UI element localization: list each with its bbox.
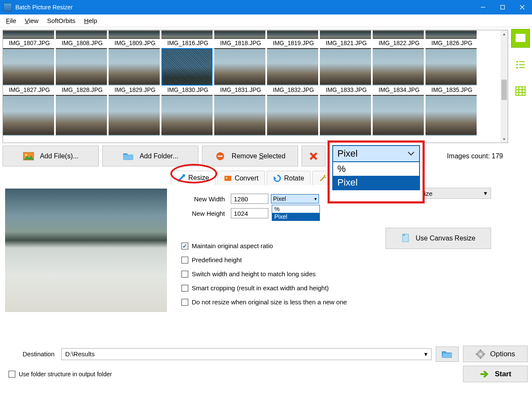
add-folder-button[interactable]: Add Folder... bbox=[102, 146, 198, 166]
switch-wh-checkbox[interactable] bbox=[181, 271, 188, 278]
remove-all-button[interactable] bbox=[302, 146, 325, 166]
callout-option-percent[interactable]: % bbox=[333, 162, 419, 176]
thumbnail-item[interactable]: IMG_1831.JPG bbox=[214, 48, 267, 95]
thumbnail-item[interactable]: IMG_1808.JPG bbox=[56, 30, 109, 48]
tab-resize[interactable]: Resize bbox=[171, 171, 216, 185]
thumbnail-item[interactable]: IMG_1828.JPG bbox=[56, 48, 109, 95]
thumbnail-item[interactable]: IMG_1816.JPG bbox=[161, 30, 214, 48]
app-title: Batch Picture Resizer bbox=[15, 4, 73, 11]
use-folder-structure-label: Use folder structure in output folder bbox=[19, 371, 112, 378]
thumbnail-item[interactable] bbox=[426, 95, 478, 136]
thumbnail-item[interactable] bbox=[3, 95, 56, 136]
canvas-resize-label: Use Canvas Resize bbox=[416, 235, 476, 242]
thumbnail-image bbox=[3, 48, 54, 86]
thumbnail-item[interactable]: IMG_1835.JPG bbox=[426, 48, 478, 95]
thumbnail-image bbox=[267, 95, 318, 136]
thumbnail-panel: IMG_1807.JPGIMG_1808.JPGIMG_1809.JPGIMG_… bbox=[3, 30, 508, 143]
no-resize-checkbox[interactable] bbox=[181, 299, 188, 306]
maximize-button[interactable] bbox=[493, 0, 512, 14]
thumbnail-image bbox=[161, 30, 213, 39]
thumbnail-image bbox=[373, 95, 424, 136]
predefined-height-row[interactable]: Predefined height bbox=[181, 256, 504, 263]
thumbnail-item[interactable]: IMG_1830.JPG bbox=[161, 48, 214, 95]
smart-crop-row[interactable]: Smart cropping (result in exact width an… bbox=[181, 284, 504, 292]
destination-path: D:\Results bbox=[65, 350, 95, 358]
tab-rotate[interactable]: Rotate bbox=[267, 171, 311, 185]
thumbnail-item[interactable] bbox=[56, 95, 109, 136]
thumbnail-scrollbar[interactable]: ▴ ▾ bbox=[500, 30, 508, 143]
titlebar: Batch Picture Resizer bbox=[0, 0, 532, 14]
menu-softorbits[interactable]: SoftOrbits bbox=[43, 15, 80, 26]
thumbnail-item[interactable]: IMG_1834.JPG bbox=[373, 48, 426, 95]
thumbnail-item[interactable] bbox=[267, 95, 320, 136]
options-button[interactable]: Options bbox=[463, 346, 528, 362]
thumbnail-item[interactable]: IMG_1819.JPG bbox=[267, 30, 320, 48]
thumbnail-item[interactable]: IMG_1827.JPG bbox=[3, 48, 56, 95]
unit-dropdown-list[interactable]: % Pixel bbox=[272, 205, 320, 221]
resize-form: New Width Pixel ▾ New Height % Pixel bbox=[169, 185, 509, 315]
no-resize-row[interactable]: Do not resize when original size is less… bbox=[181, 298, 504, 306]
scroll-up-icon[interactable]: ▴ bbox=[500, 30, 508, 37]
thumbnail-item[interactable]: IMG_1809.JPG bbox=[109, 30, 161, 48]
callout-select[interactable]: Pixel bbox=[332, 145, 420, 162]
view-list-button[interactable] bbox=[511, 55, 530, 74]
callout-option-pixel[interactable]: Pixel bbox=[333, 176, 419, 189]
thumbnail-item[interactable] bbox=[109, 95, 161, 136]
scroll-thumb[interactable] bbox=[501, 80, 507, 100]
maintain-aspect-checkbox[interactable] bbox=[181, 243, 188, 249]
thumbnail-label: IMG_1829.JPG bbox=[109, 86, 161, 95]
thumbnail-image bbox=[3, 30, 54, 39]
thumbnail-item[interactable]: IMG_1807.JPG bbox=[3, 30, 56, 48]
thumbnail-image bbox=[109, 95, 160, 136]
start-button[interactable]: Start bbox=[463, 366, 528, 382]
predefined-height-checkbox[interactable] bbox=[181, 257, 188, 263]
close-button[interactable] bbox=[512, 0, 532, 14]
thumbnail-item[interactable]: IMG_1821.JPG bbox=[320, 30, 373, 48]
canvas-resize-button[interactable]: Use Canvas Resize bbox=[385, 228, 491, 249]
menu-file[interactable]: File bbox=[2, 15, 20, 26]
thumbnail-item[interactable]: IMG_1832.JPG bbox=[267, 48, 320, 95]
width-unit-select[interactable]: Pixel ▾ bbox=[271, 194, 319, 203]
smart-crop-checkbox[interactable] bbox=[181, 285, 188, 292]
thumbnail-item[interactable]: IMG_1833.JPG bbox=[320, 48, 373, 95]
remove-selected-button[interactable]: Remove Selected bbox=[202, 146, 298, 166]
thumbnail-label: IMG_1832.JPG bbox=[267, 86, 320, 95]
thumbnail-item[interactable] bbox=[373, 95, 426, 136]
thumbnail-item[interactable]: IMG_1826.JPG bbox=[426, 30, 478, 48]
svg-rect-21 bbox=[516, 87, 525, 95]
thumbnail-item[interactable] bbox=[214, 95, 267, 136]
switch-wh-row[interactable]: Switch width and height to match long si… bbox=[181, 270, 504, 278]
new-width-input[interactable] bbox=[231, 194, 268, 204]
thumbnail-label: IMG_1818.JPG bbox=[214, 39, 267, 48]
thumbnail-label: IMG_1833.JPG bbox=[320, 86, 373, 95]
add-file-button[interactable]: Add File(s)... bbox=[3, 146, 99, 166]
view-details-button[interactable] bbox=[511, 82, 530, 100]
minimize-button[interactable] bbox=[473, 0, 493, 14]
view-thumbnails-button[interactable] bbox=[511, 29, 530, 48]
thumbnail-item[interactable]: IMG_1822.JPG bbox=[373, 30, 426, 48]
new-height-input[interactable] bbox=[231, 208, 268, 218]
unit-option-pixel[interactable]: Pixel bbox=[272, 213, 319, 220]
scroll-down-icon[interactable]: ▾ bbox=[500, 135, 508, 143]
thumbnail-item[interactable] bbox=[161, 95, 214, 136]
destination-input[interactable]: D:\Results ▾ bbox=[61, 348, 431, 360]
grid-icon bbox=[515, 86, 526, 96]
tab-bar: Resize Convert Rotate Effe bbox=[3, 171, 509, 185]
thumbnail-image bbox=[320, 48, 371, 86]
list-icon bbox=[515, 60, 526, 69]
tab-convert[interactable]: Convert bbox=[217, 171, 265, 185]
canvas-icon bbox=[401, 233, 411, 243]
svg-point-15 bbox=[516, 61, 518, 63]
browse-button[interactable] bbox=[436, 346, 459, 362]
thumbnail-image bbox=[109, 48, 160, 86]
unit-option-percent[interactable]: % bbox=[272, 205, 319, 213]
menu-view[interactable]: View bbox=[20, 15, 43, 26]
svg-rect-20 bbox=[519, 67, 525, 68]
chevron-down-icon[interactable]: ▾ bbox=[424, 350, 428, 358]
menu-help[interactable]: Help bbox=[80, 15, 101, 26]
thumbnail-item[interactable] bbox=[320, 95, 373, 136]
thumbnail-item[interactable]: IMG_1818.JPG bbox=[214, 30, 267, 48]
thumbnail-item[interactable]: IMG_1829.JPG bbox=[109, 48, 161, 95]
image-count-label: Images count: 179 bbox=[447, 152, 508, 160]
use-folder-structure-checkbox[interactable] bbox=[9, 371, 15, 378]
